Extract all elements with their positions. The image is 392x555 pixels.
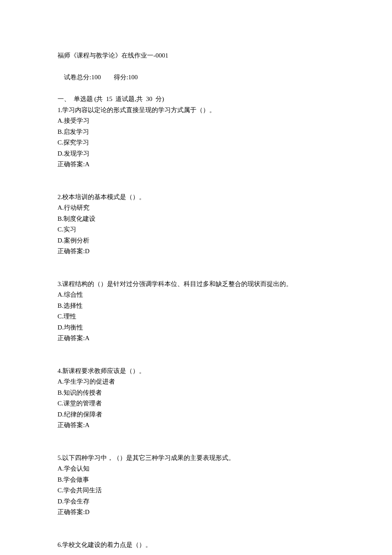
answer-line: 正确答案:A [58,159,334,170]
question-block: 3.课程结构的（）是针对过分强调学科本位、科目过多和缺乏整合的现状而提出的。 A… [58,279,334,344]
question-stem: 3.课程结构的（）是针对过分强调学科本位、科目过多和缺乏整合的现状而提出的。 [58,279,334,290]
answer-value: D [85,248,89,254]
question-stem: 5.以下四种学习中，（）是其它三种学习成果的主要表现形式。 [58,453,334,464]
answer-value: A [85,161,89,168]
answer-label: 正确答案: [58,509,85,515]
question-option: B.知识的传授者 [58,387,334,399]
score-line: 试卷总分:100 得分:100 [58,61,334,94]
question-option: D.纪律的保障者 [58,409,334,420]
answer-line: 正确答案:D [58,507,334,518]
question-option: B.学会做事 [58,474,334,486]
question-stem: 1.学习内容以定论的形式直接呈现的学习方式属于（）。 [58,105,334,116]
question-block: 6.学校文化建设的着力点是（）。 [58,540,334,551]
question-option: B.启发学习 [58,127,334,138]
question-option: C.理性 [58,311,334,322]
section-header: 一、 单选题 (共 15 道试题,共 30 分) [58,94,334,105]
question-option: B.选择性 [58,301,334,312]
question-option: A.接受学习 [58,116,334,127]
answer-label: 正确答案: [58,248,85,254]
question-block: 1.学习内容以定论的形式直接呈现的学习方式属于（）。 A.接受学习 B.启发学习… [58,105,334,170]
score-total-value: 100 [91,74,101,81]
answer-value: A [85,422,89,428]
question-option: C.课堂的管理者 [58,398,334,409]
score-obtained-value: 100 [128,74,138,81]
question-block: 5.以下四种学习中，（）是其它三种学习成果的主要表现形式。 A.学会认知 B.学… [58,453,334,518]
question-stem: 6.学校文化建设的着力点是（）。 [58,540,334,551]
answer-line: 正确答案:A [58,333,334,344]
question-option: A.行动研究 [58,202,334,214]
question-stem: 2.校本培训的基本模式是（）。 [58,192,334,203]
question-block: 2.校本培训的基本模式是（）。 A.行动研究 B.制度化建设 C.实习 D.案例… [58,192,334,257]
document-title: 福师《课程与教学论》在线作业一-0001 [58,50,334,61]
question-option: A.学生学习的促进者 [58,376,334,387]
answer-value: A [85,335,89,341]
question-stem: 4.新课程要求教师应该是（）。 [58,366,334,377]
question-option: D.学会生存 [58,496,334,507]
question-option: A.学会认知 [58,463,334,474]
question-option: C.学会共同生活 [58,485,334,496]
question-option: D.发现学习 [58,148,334,159]
question-block: 4.新课程要求教师应该是（）。 A.学生学习的促进者 B.知识的传授者 C.课堂… [58,366,334,431]
question-option: D.案例分析 [58,235,334,246]
question-option: B.制度化建设 [58,214,334,225]
score-mid: 得分: [101,74,128,81]
answer-label: 正确答案: [58,335,85,341]
question-option: A.综合性 [58,289,334,301]
question-option: D.均衡性 [58,322,334,333]
score-total-label: 试卷总分: [64,74,91,81]
question-option: C.探究学习 [58,137,334,148]
question-option: C.实习 [58,224,334,235]
answer-line: 正确答案:A [58,420,334,431]
answer-line: 正确答案:D [58,246,334,257]
answer-value: D [85,509,89,515]
answer-label: 正确答案: [58,422,85,428]
answer-label: 正确答案: [58,161,85,168]
document-page: 福师《课程与教学论》在线作业一-0001 试卷总分:100 得分:100 一、 … [0,0,392,555]
